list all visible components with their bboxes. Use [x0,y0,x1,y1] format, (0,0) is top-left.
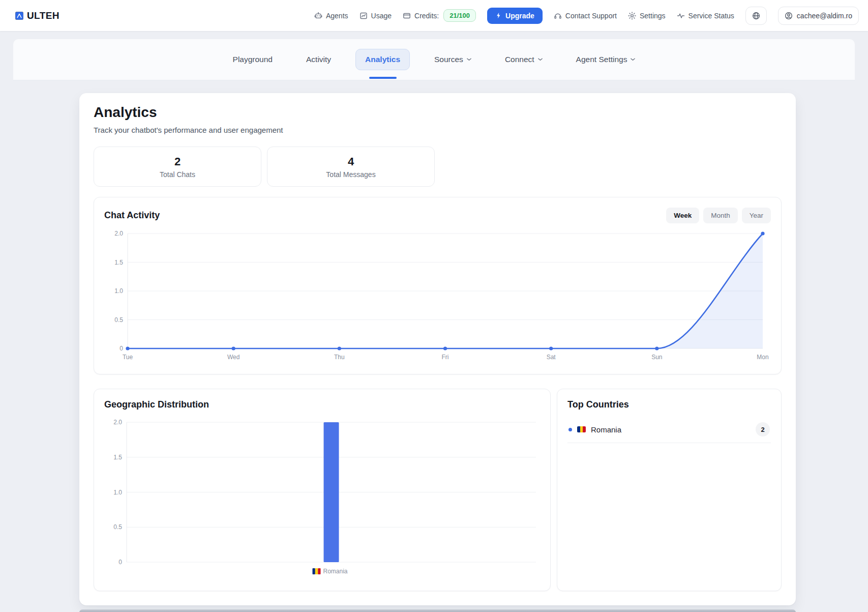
total-chats-label: Total Chats [160,170,195,179]
nav-agents-label: Agents [326,12,348,20]
total-messages-value: 4 [348,155,354,168]
stat-total-messages: 4 Total Messages [267,147,435,187]
top-countries-title: Top Countries [567,399,771,410]
settings-label: Settings [640,12,666,20]
top-countries-panel: Top Countries Romania 2 [557,389,782,591]
globe-icon [752,12,760,20]
upgrade-button[interactable]: Upgrade [487,8,543,24]
tab-sources-label: Sources [434,55,463,64]
usage-chart-icon [360,12,368,20]
top-header: ULTEH Agents Usage Credits: 21/100 [0,0,868,31]
tab-agent-settings-label: Agent Settings [576,55,627,64]
page-title: Analytics [94,104,782,121]
geographic-distribution-title: Geographic Distribution [104,399,209,410]
credits-value-badge: 21/100 [443,9,476,22]
stat-total-chats: 2 Total Chats [94,147,261,187]
agent-tabs: Playground Activity Analytics Sources Co… [224,49,645,70]
svg-text:1.5: 1.5 [114,259,123,266]
svg-text:Mon: Mon [757,354,768,361]
credits-indicator: Credits: 21/100 [403,9,476,22]
page-subtitle: Track your chatbot's performance and use… [94,126,782,134]
bullet-dot-icon [568,428,572,431]
bottom-row: Geographic Distribution 00.51.01.52.0Rom… [94,389,782,591]
chat-activity-chart: 00.51.01.52.0TueWedThuFriSatSunMon [104,227,772,364]
brand-name: ULTEH [27,10,59,21]
svg-text:2.0: 2.0 [114,230,123,237]
tab-activity[interactable]: Activity [297,49,340,70]
tab-analytics-label: Analytics [365,55,400,64]
svg-text:1.5: 1.5 [113,454,122,461]
svg-text:Tue: Tue [123,354,133,361]
tab-analytics[interactable]: Analytics [355,49,410,70]
tab-playground-label: Playground [233,55,273,64]
tab-sources[interactable]: Sources [425,49,481,70]
range-toggle-group: Week Month Year [666,208,771,223]
svg-text:Sun: Sun [651,354,662,361]
geographic-distribution-panel: Geographic Distribution 00.51.01.52.0Rom… [94,389,551,591]
svg-text:1.0: 1.0 [113,489,122,496]
nav-settings[interactable]: Settings [628,12,666,20]
contact-support-label: Contact Support [565,12,617,20]
nav-agents[interactable]: Agents [314,12,348,20]
total-chats-value: 2 [174,155,181,168]
robot-icon [314,12,322,20]
tab-agent-settings[interactable]: Agent Settings [567,49,645,70]
chevron-down-icon [538,58,543,61]
nav-usage[interactable]: Usage [360,12,392,20]
gear-icon [628,12,636,20]
credit-card-icon [403,12,411,20]
pulse-icon [677,12,685,20]
brand-mark-icon [15,12,23,20]
headset-icon [554,12,562,20]
language-globe-button[interactable] [745,7,767,25]
chat-activity-title: Chat Activity [104,210,160,221]
top-nav: Agents Usage Credits: 21/100 Upgrade [314,7,859,25]
svg-text:Sat: Sat [547,354,556,361]
total-messages-label: Total Messages [326,170,375,179]
country-name: Romania [591,425,621,434]
service-status-label: Service Status [689,12,734,20]
next-section-cut-off [79,609,796,612]
svg-text:1.0: 1.0 [114,287,123,295]
country-list-item: Romania 2 [567,416,771,443]
nav-contact-support[interactable]: Contact Support [554,12,617,20]
upgrade-label: Upgrade [505,12,534,20]
svg-text:2.0: 2.0 [113,419,122,426]
svg-text:0: 0 [118,559,122,566]
user-avatar-icon [785,12,793,20]
svg-text:0: 0 [119,345,123,352]
svg-text:Wed: Wed [227,354,240,361]
brand-logo[interactable]: ULTEH [15,10,59,21]
range-week-button[interactable]: Week [666,208,699,223]
romania-flag-icon [577,426,586,432]
chevron-down-icon [467,58,471,61]
chevron-down-icon [631,58,635,61]
country-count-badge: 2 [756,422,770,436]
account-email: cachee@aldim.ro [797,12,852,20]
lightning-bolt-icon [495,12,502,19]
range-year-button[interactable]: Year [742,208,771,223]
svg-text:0.5: 0.5 [113,523,122,531]
account-button[interactable]: cachee@aldim.ro [778,7,859,25]
analytics-page-card: Analytics Track your chatbot's performan… [79,93,796,605]
geo-distribution-chart: 00.51.01.52.0Romania [104,415,541,580]
tab-connect-label: Connect [505,55,534,64]
svg-text:Thu: Thu [334,354,345,361]
credits-label: Credits: [414,12,439,20]
nav-usage-label: Usage [371,12,392,20]
stats-row: 2 Total Chats 4 Total Messages [94,147,782,187]
range-month-button[interactable]: Month [703,208,738,223]
chat-activity-header: Chat Activity Week Month Year [104,208,771,223]
tab-connect[interactable]: Connect [496,49,552,70]
svg-text:Fri: Fri [442,354,449,361]
agent-tab-strip: Playground Activity Analytics Sources Co… [13,39,855,80]
chat-activity-panel: Chat Activity Week Month Year 00.51.01.5… [94,197,782,374]
active-tab-indicator [369,77,397,79]
nav-service-status[interactable]: Service Status [677,12,734,20]
tab-playground[interactable]: Playground [224,49,282,70]
svg-text:Romania: Romania [323,568,348,575]
tab-activity-label: Activity [306,55,331,64]
svg-text:0.5: 0.5 [114,316,123,324]
